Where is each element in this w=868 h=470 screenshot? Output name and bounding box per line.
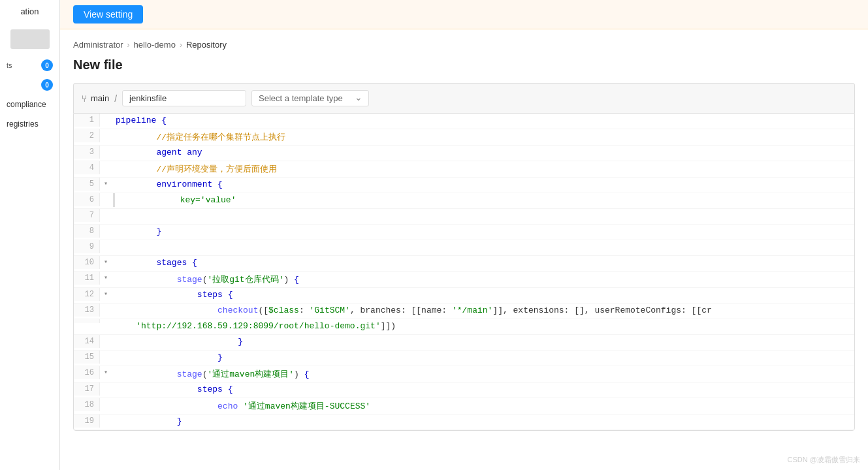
file-toolbar: ⑂ main / Select a template type Jenkinsf… xyxy=(73,83,855,113)
line-content-8: } xyxy=(112,225,854,238)
code-line-2: 2 //指定任务在哪个集群节点上执行 xyxy=(74,129,854,146)
line-arrow-2 xyxy=(100,129,112,133)
sidebar-ts-badge: 0 xyxy=(41,59,53,71)
code-line-15: 15 } xyxy=(74,351,854,366)
view-setting-button[interactable]: View setting xyxy=(73,5,143,24)
line-content-17: steps { xyxy=(112,383,854,396)
line-arrow-17 xyxy=(100,383,112,386)
content-area: Administrator › hello-demo › Repository … xyxy=(60,29,868,470)
code-line-13: 13 checkout([$class: 'GitSCM', branches:… xyxy=(74,304,854,319)
line-num-17: 17 xyxy=(74,383,100,396)
sidebar-badge-ts: ts 0 xyxy=(0,55,59,75)
line-num-5: 5 xyxy=(74,178,100,191)
line-num-1: 1 xyxy=(74,114,100,127)
code-line-17: 17 steps { xyxy=(74,383,854,398)
code-line-7: 7 xyxy=(74,209,854,225)
line-num-11: 11 xyxy=(74,272,100,285)
code-line-5: 5 ▾ environment { xyxy=(74,178,854,193)
line-content-5: environment { xyxy=(112,178,854,191)
line-arrow-6 xyxy=(100,193,112,197)
sidebar-item-compliance[interactable]: compliance xyxy=(0,95,59,114)
code-line-16: 16 ▾ stage('通过maven构建项目') { xyxy=(74,366,854,383)
code-lines: 1 pipeline { 2 //指定任务在哪个集群节点上执行 3 agent … xyxy=(74,114,854,430)
line-content-4: //声明环境变量，方便后面使用 xyxy=(112,161,854,177)
line-arrow-11[interactable]: ▾ xyxy=(100,272,112,283)
page-title: New file xyxy=(60,55,868,83)
line-content-1: pipeline { xyxy=(112,114,854,127)
code-line-10: 10 ▾ stages { xyxy=(74,256,854,272)
line-content-7 xyxy=(112,209,854,213)
code-line-6: 6 key='value' xyxy=(74,193,854,209)
line-num-16: 16 xyxy=(74,366,100,379)
code-line-12: 12 ▾ steps { xyxy=(74,288,854,304)
line-num-12: 12 xyxy=(74,288,100,301)
line-num-9: 9 xyxy=(74,240,100,253)
line-arrow-19 xyxy=(100,415,112,418)
line-content-13: checkout([$class: 'GitSCM', branches: [[… xyxy=(112,304,854,317)
line-content-2: //指定任务在哪个集群节点上执行 xyxy=(112,129,854,145)
sidebar-scroll[interactable] xyxy=(10,29,50,49)
line-arrow-16[interactable]: ▾ xyxy=(100,366,112,378)
line-content-18: echo '通过maven构建项目-SUCCESS' xyxy=(112,398,854,414)
line-num-13b xyxy=(74,319,100,323)
main-content: View setting Administrator › hello-demo … xyxy=(60,0,868,470)
breadcrumb-repo[interactable]: hello-demo xyxy=(134,40,176,50)
slash-separator: / xyxy=(114,93,117,104)
branch-icon: ⑂ xyxy=(82,93,87,104)
sidebar-item-registries[interactable]: registries xyxy=(0,114,59,134)
line-content-15: } xyxy=(112,351,854,364)
sidebar-label: ation xyxy=(15,7,44,16)
line-arrow-8 xyxy=(100,225,112,228)
line-arrow-4 xyxy=(100,161,112,165)
topbar: View setting xyxy=(60,0,868,29)
line-content-9 xyxy=(112,240,854,244)
line-content-19: } xyxy=(112,415,854,428)
breadcrumb-admin[interactable]: Administrator xyxy=(73,40,123,50)
branch-indicator: ⑂ main xyxy=(82,93,109,104)
line-num-15: 15 xyxy=(74,351,100,364)
line-content-14: } xyxy=(112,335,854,349)
line-arrow-1 xyxy=(100,114,112,118)
line-num-13: 13 xyxy=(74,304,100,317)
branch-name: main xyxy=(91,93,109,103)
template-select-wrapper: Select a template type Jenkinsfile Docke… xyxy=(251,90,369,106)
code-editor[interactable]: 1 pipeline { 2 //指定任务在哪个集群节点上执行 3 agent … xyxy=(73,113,855,431)
code-line-11: 11 ▾ stage('拉取git仓库代码') { xyxy=(74,272,854,288)
code-line-18: 18 echo '通过maven构建项目-SUCCESS' xyxy=(74,398,854,415)
line-arrow-15 xyxy=(100,351,112,354)
line-content-16: stage('通过maven构建项目') { xyxy=(112,366,854,382)
line-arrow-18 xyxy=(100,398,112,402)
code-line-8: 8 } xyxy=(74,225,854,240)
line-arrow-12[interactable]: ▾ xyxy=(100,288,112,300)
sidebar-ts-label: ts xyxy=(7,61,12,69)
line-num-10: 10 xyxy=(74,256,100,269)
breadcrumb-sep-1: › xyxy=(127,40,130,50)
line-arrow-7 xyxy=(100,209,112,213)
code-line-14: 14 } xyxy=(74,335,854,351)
line-content-10: stages { xyxy=(112,256,854,270)
line-content-3: agent any xyxy=(112,146,854,159)
line-arrow-14 xyxy=(100,335,112,339)
breadcrumb: Administrator › hello-demo › Repository xyxy=(60,29,868,55)
line-num-2: 2 xyxy=(74,129,100,142)
line-arrow-10[interactable]: ▾ xyxy=(100,256,112,268)
line-content-13b: 'http://192.168.59.129:8099/root/hello-d… xyxy=(112,319,854,333)
code-line-13b: 'http://192.168.59.129:8099/root/hello-d… xyxy=(74,319,854,335)
filename-input[interactable] xyxy=(122,90,246,106)
sidebar-badge-second: 0 xyxy=(0,75,59,95)
line-num-8: 8 xyxy=(74,225,100,238)
line-num-14: 14 xyxy=(74,335,100,348)
template-type-select[interactable]: Select a template type Jenkinsfile Docke… xyxy=(251,90,369,106)
line-arrow-3 xyxy=(100,146,112,149)
sidebar: ation ts 0 0 compliance registries xyxy=(0,0,60,470)
code-line-19: 19 } xyxy=(74,415,854,430)
line-num-3: 3 xyxy=(74,146,100,159)
code-line-4: 4 //声明环境变量，方便后面使用 xyxy=(74,161,854,178)
line-arrow-5[interactable]: ▾ xyxy=(100,178,112,189)
code-line-1: 1 pipeline { xyxy=(74,114,854,129)
breadcrumb-sep-2: › xyxy=(180,40,182,50)
line-num-19: 19 xyxy=(74,415,100,428)
code-line-9: 9 xyxy=(74,240,854,256)
breadcrumb-current: Repository xyxy=(186,40,227,50)
line-content-12: steps { xyxy=(112,288,854,302)
